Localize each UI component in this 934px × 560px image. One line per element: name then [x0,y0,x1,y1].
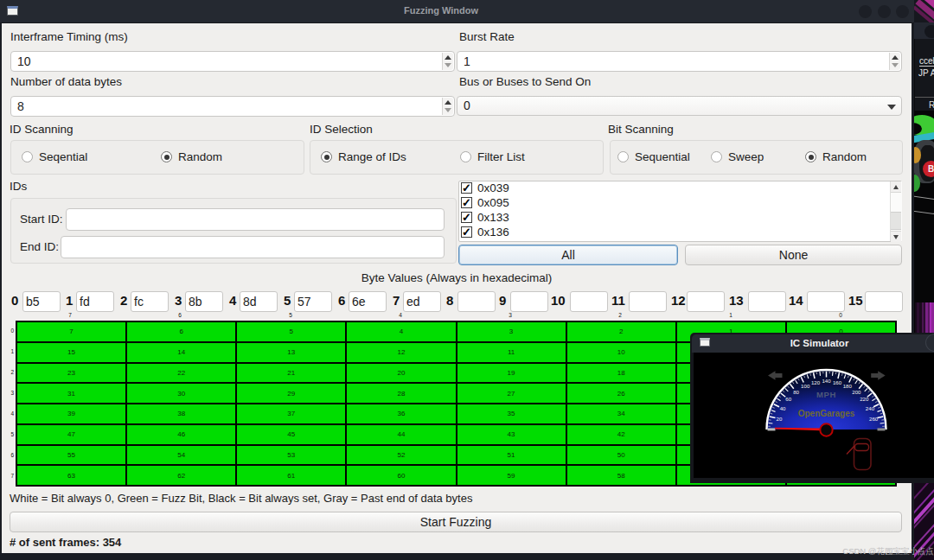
svg-text:100: 100 [801,383,810,389]
svg-text:120: 120 [811,379,821,385]
svg-text:140: 140 [822,378,831,384]
svg-text:MPH: MPH [816,390,836,399]
svg-text:180: 180 [843,383,853,389]
svg-text:160: 160 [833,379,842,385]
svg-text:OpenGarages: OpenGarages [798,409,855,418]
svg-text:20: 20 [777,416,783,422]
svg-text:220: 220 [860,396,869,402]
svg-text:60: 60 [785,396,791,402]
svg-text:240: 240 [866,405,875,411]
svg-text:260: 260 [869,416,879,422]
svg-text:80: 80 [793,389,799,395]
svg-text:200: 200 [852,389,861,395]
svg-text:40: 40 [780,405,786,411]
